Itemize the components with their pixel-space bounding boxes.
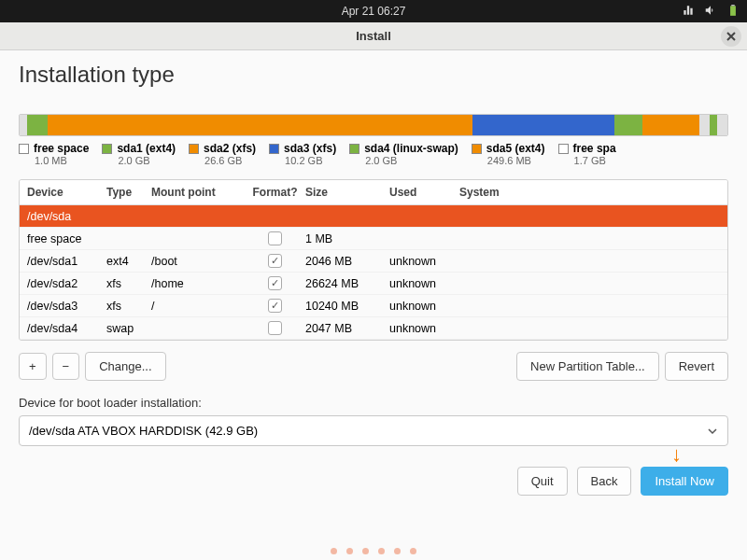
dot [362,548,369,554]
cell-device: /dev/sda1 [27,255,106,268]
legend-item: sda5 (ext4)249.6 MB [472,142,545,166]
legend-swatch [349,144,359,154]
legend-item: sda3 (xfs)10.2 GB [269,142,336,166]
close-icon [726,32,736,41]
legend-item: sda4 (linux-swap)2.0 GB [349,142,458,166]
cell-used: unknown [389,300,459,313]
partition-bar [19,114,728,136]
legend-size: 2.0 GB [365,155,458,166]
legend-swatch [102,144,112,154]
legend-name: sda1 (ext4) [117,142,176,155]
footer-buttons: ↓ Quit Back Install Now [19,467,728,496]
cell-used: unknown [389,322,459,335]
dot [410,548,416,554]
cell-size: 26624 MB [305,277,389,290]
table-header: Device Type Mount point Format? Size Use… [20,180,727,205]
cell-size: 2047 MB [305,322,389,335]
window-title: Install [356,29,391,43]
legend-name: sda3 (xfs) [284,142,336,155]
change-button[interactable]: Change... [85,352,165,381]
col-format[interactable]: Format? [245,186,305,199]
cell-type: xfs [106,277,151,290]
cell-used: unknown [389,277,459,290]
table-row[interactable]: /dev/sda2xfs/home26624 MBunknown [20,273,727,295]
legend-item: free space1.0 MB [19,142,89,166]
remove-button[interactable]: − [52,353,80,380]
cell-mount: /boot [151,255,245,268]
legend-item: sda1 (ext4)2.0 GB [102,142,176,166]
annotation-arrow-icon: ↓ [671,442,682,467]
cell-size: 10240 MB [305,300,389,313]
legend-size: 249.6 MB [487,155,545,166]
bootloader-select[interactable]: /dev/sda ATA VBOX HARDDISK (42.9 GB) [19,415,728,446]
format-checkbox[interactable] [268,321,282,335]
partition-table: Device Type Mount point Format? Size Use… [19,179,728,341]
legend-swatch [269,144,279,154]
legend-size: 10.2 GB [285,155,336,166]
legend-size: 26.6 GB [204,155,256,166]
table-row[interactable]: /dev/sda3xfs/10240 MBunknown [20,295,727,317]
col-size[interactable]: Size [305,186,389,199]
bootloader-label: Device for boot loader installation: [19,396,728,410]
cell-format [245,254,305,268]
legend-name: sda4 (linux-swap) [364,142,458,155]
revert-button[interactable]: Revert [665,352,728,381]
col-mount[interactable]: Mount point [151,186,245,199]
cell-device: /dev/sda3 [27,300,106,313]
dot [346,548,353,554]
battery-icon[interactable] [726,4,740,20]
table-row[interactable]: /dev/sda4swap2047 MBunknown [20,317,727,340]
table-row[interactable]: /dev/sda [20,205,727,228]
clock: Apr 21 06:27 [342,5,406,18]
cell-mount: /home [151,277,245,290]
format-checkbox[interactable] [268,231,282,245]
legend-swatch [558,144,569,154]
cell-format [245,299,305,313]
volume-icon[interactable] [704,4,717,20]
pager-dots [0,548,747,554]
cell-format [245,231,305,245]
legend-swatch [189,144,199,154]
dot [394,548,401,554]
cell-size: 2046 MB [305,255,389,268]
col-used[interactable]: Used [389,186,459,199]
chevron-down-icon [707,426,718,437]
col-device[interactable]: Device [27,186,106,199]
format-checkbox[interactable] [268,299,282,313]
system-tray [682,4,740,20]
cell-mount: / [151,300,245,313]
window-titlebar: Install [0,22,747,50]
dot [331,548,337,554]
legend-swatch [472,144,482,154]
new-partition-table-button[interactable]: New Partition Table... [516,352,659,381]
table-row[interactable]: free space1 MB [20,228,727,250]
format-checkbox[interactable] [268,254,282,268]
table-row[interactable]: /dev/sda1ext4/boot2046 MBunknown [20,250,727,273]
cell-device: /dev/sda4 [27,322,106,335]
legend-item: sda2 (xfs)26.6 GB [189,142,256,166]
system-topbar: Apr 21 06:27 [0,0,747,22]
cell-format [245,321,305,335]
network-icon[interactable] [682,4,695,20]
col-system[interactable]: System [459,186,720,199]
dot [378,548,385,554]
cell-type: xfs [106,300,151,313]
legend-size: 2.0 GB [118,155,176,166]
cell-device: /dev/sda [27,210,106,223]
back-button[interactable]: Back [577,467,632,496]
legend-name: free spa [573,142,616,155]
bootloader-value: /dev/sda ATA VBOX HARDDISK (42.9 GB) [29,424,707,438]
quit-button[interactable]: Quit [517,467,568,496]
legend-name: sda5 (ext4) [486,142,545,155]
legend-item: free spa1.7 GB [558,142,616,166]
legend-size: 1.7 GB [574,155,616,166]
col-type[interactable]: Type [106,186,151,199]
install-now-button[interactable]: Install Now [641,467,728,496]
add-button[interactable]: + [19,353,47,380]
cell-format [245,276,305,290]
format-checkbox[interactable] [268,276,282,290]
partition-toolbar: + − Change... New Partition Table... Rev… [19,352,728,381]
cell-size: 1 MB [305,232,389,245]
close-button[interactable] [721,26,741,47]
legend-size: 1.0 MB [35,155,89,166]
